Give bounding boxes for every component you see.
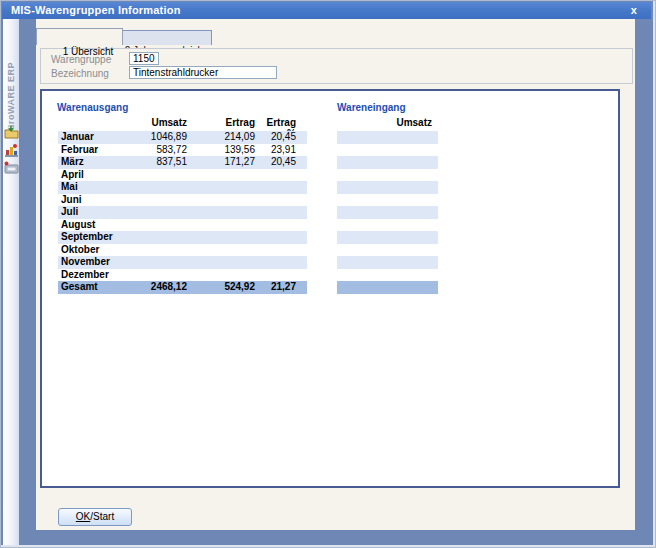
wareneingang-row <box>337 231 438 244</box>
wareneingang-row <box>337 244 438 257</box>
cell-umsatz <box>150 269 187 282</box>
wareneingang-row <box>337 219 438 232</box>
cell-month: September <box>58 231 150 244</box>
col-umsatz-we: Umsatz <box>337 117 438 128</box>
tab-uebersicht[interactable]: 1 Übersicht <box>36 28 123 45</box>
table-row: Juli <box>58 206 307 219</box>
app-window: MIS-Warengruppen Information x BüroWARE … <box>0 0 656 548</box>
wareneingang-title: Wareneingang <box>337 102 406 113</box>
cell-ertrag: 214,09 <box>187 131 255 144</box>
table-row: Januar1046,89214,0920,45 <box>58 131 307 144</box>
cell-month: Januar <box>58 131 150 144</box>
wareneingang-header: Umsatz <box>337 117 438 128</box>
window-titlebar[interactable]: MIS-Warengruppen Information x <box>2 2 651 19</box>
wareneingang-row <box>337 169 438 182</box>
cell-umsatz <box>150 169 187 182</box>
ok-start-button[interactable]: OK/Start <box>58 508 132 526</box>
cell-month: Mai <box>58 181 150 194</box>
window-title: MIS-Warengruppen Information <box>11 4 181 16</box>
cell-ertrag_pct <box>255 244 296 257</box>
wareneingang-row <box>337 269 438 282</box>
cell-ertrag_pct: 20,45 <box>255 156 296 169</box>
cell-umsatz <box>150 219 187 232</box>
cell-ertrag <box>187 206 255 219</box>
wareneingang-row <box>337 144 438 157</box>
cell-ertrag <box>187 194 255 207</box>
printer-icon[interactable] <box>4 161 19 176</box>
cell-month: Gesamt <box>58 281 150 294</box>
cell-ertrag <box>187 231 255 244</box>
cell-ertrag_pct <box>255 269 296 282</box>
cell-umsatz <box>150 181 187 194</box>
cell-umsatz: 1046,89 <box>150 131 187 144</box>
cell-ertrag <box>187 256 255 269</box>
wareneingang-rows <box>337 131 438 294</box>
cell-ertrag_pct: 21,27 <box>255 281 296 294</box>
cell-umsatz: 583,72 <box>150 144 187 157</box>
tab-uebersicht-label: 1 Übersicht <box>63 46 114 57</box>
folder-import-icon[interactable] <box>4 125 19 140</box>
cell-ertrag: 171,27 <box>187 156 255 169</box>
table-row: Mai <box>58 181 307 194</box>
cell-ertrag <box>187 269 255 282</box>
table-row: Dezember <box>58 269 307 282</box>
cell-month: Juni <box>58 194 150 207</box>
cell-ertrag <box>187 169 255 182</box>
cell-ertrag_pct: 20,45 <box>255 131 296 144</box>
cell-umsatz <box>150 244 187 257</box>
bezeichnung-label: Bezeichnung <box>51 68 109 79</box>
ok-start-rest: /Start <box>90 511 114 522</box>
cell-month: Juli <box>58 206 150 219</box>
cell-ertrag_pct <box>255 256 296 269</box>
close-icon[interactable]: x <box>627 2 641 18</box>
cell-ertrag: 139,56 <box>187 144 255 157</box>
bezeichnung-input[interactable] <box>129 66 277 79</box>
wareneingang-row <box>337 181 438 194</box>
bar-chart-icon[interactable] <box>4 143 19 158</box>
report-panel: Warenausgang Umsatz Ertrag Ertrag % Janu… <box>40 89 620 488</box>
table-row: April <box>58 169 307 182</box>
cell-month: November <box>58 256 150 269</box>
table-row: Oktober <box>58 244 307 257</box>
wareneingang-row <box>337 206 438 219</box>
table-total-row: Gesamt2468,12524,9221,27 <box>58 281 307 294</box>
cell-ertrag_pct <box>255 231 296 244</box>
table-row: September <box>58 231 307 244</box>
cell-umsatz <box>150 206 187 219</box>
table-row: November <box>58 256 307 269</box>
cell-umsatz <box>150 194 187 207</box>
wareneingang-row <box>337 131 438 144</box>
cell-ertrag_pct: 23,91 <box>255 144 296 157</box>
warenausgang-rows: Januar1046,89214,0920,45Februar583,72139… <box>58 131 307 294</box>
cell-month: Dezember <box>58 269 150 282</box>
table-row: Juni <box>58 194 307 207</box>
table-row: August <box>58 219 307 232</box>
cell-umsatz: 837,51 <box>150 156 187 169</box>
header-fieldset: Warengruppe Bezeichnung <box>40 48 633 84</box>
cell-umsatz <box>150 256 187 269</box>
warenausgang-title: Warenausgang <box>57 102 128 113</box>
cell-ertrag <box>187 219 255 232</box>
dialog-content: 1 Übersicht 2 Jahresvergleich Warengrupp… <box>36 19 635 530</box>
wareneingang-total-row <box>337 281 438 294</box>
cell-month: April <box>58 169 150 182</box>
table-row: Februar583,72139,5623,91 <box>58 144 307 157</box>
wareneingang-row <box>337 156 438 169</box>
wareneingang-row <box>337 194 438 207</box>
cell-umsatz: 2468,12 <box>150 281 187 294</box>
cell-ertrag_pct <box>255 219 296 232</box>
cell-month: Oktober <box>58 244 150 257</box>
cell-month: August <box>58 219 150 232</box>
cell-ertrag_pct <box>255 194 296 207</box>
cell-month: Februar <box>58 144 150 157</box>
ok-start-accel: OK <box>76 511 90 522</box>
cell-ertrag <box>187 181 255 194</box>
cell-ertrag_pct <box>255 181 296 194</box>
wareneingang-row <box>337 256 438 269</box>
warengruppe-input[interactable] <box>129 52 159 65</box>
cell-ertrag_pct <box>255 206 296 219</box>
cell-ertrag_pct <box>255 169 296 182</box>
cell-umsatz <box>150 231 187 244</box>
table-row: März837,51171,2720,45 <box>58 156 307 169</box>
cell-ertrag <box>187 244 255 257</box>
